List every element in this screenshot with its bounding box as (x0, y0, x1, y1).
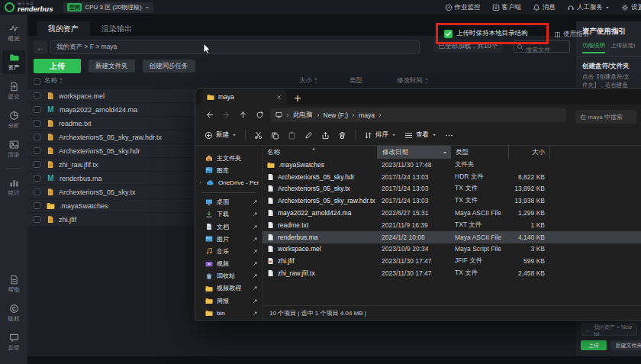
explorer-sidebar-item[interactable]: 主文件夹 (195, 152, 262, 164)
row-checkbox[interactable] (34, 147, 40, 154)
explorer-sidebar-item[interactable]: 周报 (195, 295, 262, 307)
explorer-sidebar-item[interactable]: 桌面 (195, 196, 262, 208)
row-checkbox[interactable] (34, 188, 40, 195)
breadcrumb-segment[interactable]: 此电脑 (293, 111, 313, 120)
breadcrumb[interactable]: 我的资产 > F > maya (50, 40, 420, 54)
column-type[interactable]: 类型 (349, 76, 362, 85)
row-checkbox[interactable] (34, 216, 40, 223)
file-row[interactable]: maya2022_arnold424.ma2022/6/27 15:31Maya… (263, 207, 641, 219)
topbar-job-monitor[interactable]: 作业监控 (445, 3, 481, 12)
explorer-sidebar-item[interactable]: OneDrive - Per (195, 176, 262, 188)
row-checkbox[interactable] (34, 134, 40, 140)
sidebar-item-overview[interactable]: 概览 (2, 21, 25, 45)
paste-icon[interactable] (288, 131, 296, 140)
nav-up-icon[interactable] (237, 111, 249, 119)
file-row[interactable]: renderbus.ma2024/1/2 10:08Maya ASCII Fil… (263, 231, 641, 243)
file-row[interactable]: Archexteriors5_05_sky_raw.hdr.tx2017/1/2… (263, 195, 641, 207)
file-row[interactable]: workspace.mel2023/10/9 20:34Maya Script … (263, 243, 641, 256)
breadcrumb-segment[interactable]: maya (359, 111, 375, 119)
select-all-checkbox[interactable] (34, 78, 40, 85)
explorer-search[interactable] (575, 108, 636, 122)
guide-link[interactable]: 使用指引 (554, 30, 589, 39)
copy-icon[interactable] (271, 131, 279, 140)
explorer-sidebar-item[interactable]: 音乐 (195, 245, 262, 257)
tab-render-output[interactable]: 渲染输出 (90, 21, 143, 36)
view-button[interactable]: 查看 (404, 130, 436, 140)
new-folder-button[interactable]: 新建文件夹 (89, 60, 135, 72)
sidebar-item-feedback[interactable]: 反馈 (2, 330, 25, 354)
sidebar-item-submit[interactable]: 提交 (2, 79, 25, 103)
sidebar-item-render[interactable]: 渲染 (2, 137, 25, 161)
column-type[interactable]: 类型 (450, 146, 508, 159)
explorer-tab[interactable]: maya (201, 89, 287, 105)
file-row[interactable]: Archexteriors5_05_sky.hdr2017/1/24 13:03… (263, 171, 641, 183)
file-type: TX 文件 (450, 184, 508, 193)
explorer-sidebar-item[interactable]: 视频教程 (195, 282, 262, 295)
close-icon[interactable] (276, 95, 282, 100)
breadcrumb-segment[interactable]: New (F:) (324, 111, 349, 119)
new-tab-button[interactable]: + (292, 92, 304, 105)
file-row[interactable]: readme.txt2021/11/9 16:39TXT 文件1 KB (263, 219, 641, 231)
column-size[interactable]: 大小 (299, 76, 318, 85)
chevron-right-icon (378, 113, 382, 118)
tab-my-assets[interactable]: 我的资产 (37, 21, 90, 36)
explorer-sidebar-item[interactable]: 回收站 (195, 270, 262, 282)
sidebar-item-copyright[interactable]: 版权 (2, 301, 25, 325)
topbar-settings[interactable]: 设置 (621, 3, 641, 12)
explorer-sidebar-item[interactable]: 下载 (195, 208, 262, 221)
sidebar-item-analysis[interactable]: 分析 (2, 108, 25, 132)
sidebar-item-label: 提交 (8, 93, 20, 101)
topbar-messages[interactable]: 消息 (533, 3, 556, 12)
zone-selector[interactable]: 空闲 CPU 3 区 (20物理核) (63, 2, 153, 13)
explorer-sidebar-item[interactable]: 图片 (195, 233, 262, 245)
row-checkbox[interactable] (34, 175, 40, 182)
sidebar-item-help[interactable]: 帮助 (2, 272, 25, 296)
delete-icon[interactable] (338, 131, 346, 140)
column-name[interactable]: 名称 (44, 76, 63, 85)
explorer-breadcrumb[interactable]: 此电脑New (F:)maya (270, 108, 566, 122)
explorer-sidebar-item[interactable]: 视频 (195, 258, 262, 270)
chevron-expand-icon[interactable] (198, 180, 202, 185)
create-sync-button[interactable]: 创建同步任务 (143, 60, 195, 72)
sidebar-item-stats[interactable]: 统计 (2, 176, 25, 199)
file-row[interactable]: zhi.jfif2023/11/30 17:47JFIF 文件599 KB (263, 255, 641, 267)
topbar-support[interactable]: 人工服务 (567, 3, 610, 12)
rename-icon[interactable] (304, 131, 313, 140)
explorer-sidebar-item[interactable]: bin (195, 307, 262, 319)
file-modified: 2023/10/9 20:34 (377, 245, 450, 253)
row-checkbox[interactable] (34, 120, 40, 127)
row-checkbox[interactable] (34, 161, 40, 168)
share-icon[interactable] (321, 131, 330, 140)
keep-structure-checkbox[interactable] (444, 30, 453, 38)
new-button[interactable]: 新建 (205, 130, 237, 140)
explorer-sidebar: 主文件夹图库OneDrive - Per桌面下载文档图片音乐视频回收站视频教程周… (195, 146, 263, 320)
guide-tab[interactable]: 功能说明 (582, 42, 605, 53)
sidebar-item-assets[interactable]: 资产 (2, 50, 25, 74)
row-checkbox[interactable] (34, 106, 40, 113)
file-row[interactable]: Archexteriors5_05_sky.tx2017/1/24 13:03T… (263, 183, 641, 195)
refresh-icon[interactable] (253, 111, 266, 119)
upload-button[interactable]: 上传 (34, 59, 81, 73)
column-modified[interactable]: 修改日期 (377, 146, 450, 159)
cut-icon[interactable] (254, 131, 263, 140)
row-checkbox[interactable] (34, 92, 40, 99)
explorer-sidebar-item[interactable]: 图库 (195, 164, 262, 176)
renderbus-logo[interactable]: 瑞云渲染 renderbus (5, 2, 53, 13)
explorer-sidebar-item[interactable]: 文档 (195, 221, 262, 233)
file-row[interactable]: zhi_raw.jfif.tx2023/11/30 17:47TX 文件2,45… (263, 267, 641, 279)
column-modified[interactable]: 修改时间 (397, 76, 429, 85)
nav-forward-icon[interactable] (220, 111, 232, 119)
column-name[interactable]: 名称 (263, 146, 377, 159)
sort-button[interactable]: 排序 (364, 130, 396, 140)
file-row[interactable]: .mayaSwatches2023/11/30 17:48文件夹 (263, 159, 641, 171)
back-button[interactable]: ← (34, 40, 47, 54)
file-icon (47, 147, 54, 155)
topbar-client[interactable]: 客户端 (492, 3, 522, 12)
explorer-search-input[interactable] (575, 110, 636, 124)
music-icon (205, 247, 213, 255)
guide-tab[interactable]: 上传前准备 (610, 42, 635, 53)
more-icon[interactable] (445, 131, 453, 140)
column-size[interactable]: 大小 (508, 146, 549, 159)
row-checkbox[interactable] (34, 202, 40, 209)
nav-back-icon[interactable] (203, 111, 215, 119)
